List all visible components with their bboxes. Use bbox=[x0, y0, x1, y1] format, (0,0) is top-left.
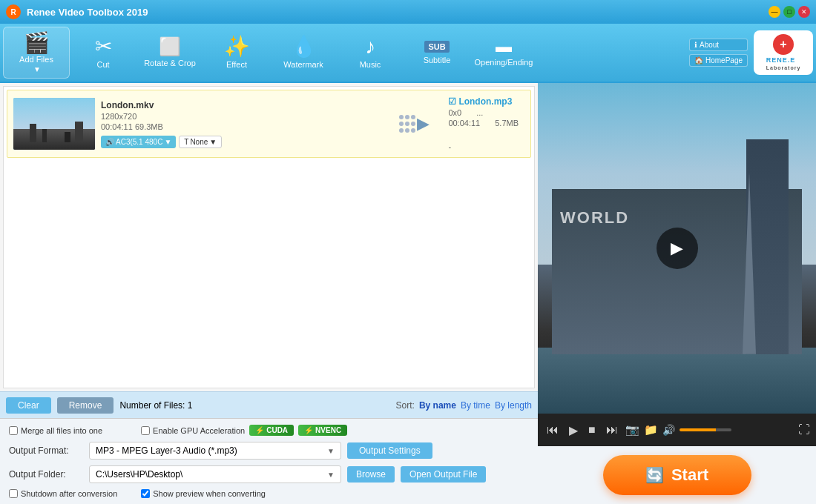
arrow-dots bbox=[399, 115, 415, 133]
output-format-select[interactable]: MP3 - MPEG Layer-3 Audio (*.mp3) ▼ bbox=[89, 442, 341, 460]
merge-checkbox-label[interactable]: Merge all files into one bbox=[9, 426, 102, 435]
gpu-label: Enable GPU Acceleration bbox=[153, 426, 245, 435]
merge-checkbox[interactable] bbox=[9, 426, 18, 435]
nvenc-icon: ⚡ bbox=[304, 426, 313, 434]
output-folder-row: Output Folder: C:\Users\HP\Desktop\ ▼ Br… bbox=[9, 465, 529, 483]
sort-by-time[interactable]: By time bbox=[461, 400, 490, 411]
play-button-overlay[interactable]: ▶ bbox=[657, 228, 698, 269]
play-pause-button[interactable]: ▶ bbox=[566, 422, 581, 439]
skip-forward-button[interactable]: ⏭ bbox=[603, 422, 621, 438]
output-format-row: Output Format: MP3 - MPEG Layer-3 Audio … bbox=[9, 442, 529, 460]
bottom-controls-bar: Clear Remove Number of Files: 1 Sort: By… bbox=[0, 391, 538, 418]
skip-back-button[interactable]: ⏮ bbox=[544, 422, 562, 438]
main-content: London.mkv 1280x720 00:04:11 69.3MB 🔊 AC… bbox=[0, 83, 816, 504]
output-file-name: ☑ London.mp3 bbox=[448, 96, 519, 107]
output-extra: ... bbox=[476, 108, 483, 117]
sort-area: Sort: By name By time By length bbox=[396, 400, 532, 411]
toolbar-add-files[interactable]: 🎬 Add Files ▼ bbox=[3, 27, 70, 79]
cut-icon: ✂ bbox=[95, 36, 112, 57]
effect-icon: ✨ bbox=[224, 36, 250, 57]
screenshot-button[interactable]: 📷 bbox=[625, 423, 639, 437]
cut-label: Cut bbox=[96, 60, 109, 69]
open-folder-button[interactable]: 📁 bbox=[644, 423, 658, 437]
homepage-button[interactable]: 🏠 HomePage bbox=[689, 54, 748, 67]
start-icon: 🔄 bbox=[645, 466, 664, 484]
file-list-area: London.mkv 1280x720 00:04:11 69.3MB 🔊 AC… bbox=[3, 86, 535, 388]
cuda-badge: ⚡ CUDA bbox=[249, 425, 294, 436]
output-dims-row: 0x0 ... bbox=[448, 108, 519, 117]
toolbar-rotate-crop[interactable]: ⬜ Rotate & Crop bbox=[136, 27, 203, 79]
format-dropdown-arrow: ▼ bbox=[327, 447, 335, 455]
toolbar-music[interactable]: ♪ Music bbox=[337, 27, 404, 79]
output-settings-button[interactable]: Output Settings bbox=[347, 442, 432, 459]
toolbar-subtitle[interactable]: SUB Subtitle bbox=[404, 27, 470, 79]
fullscreen-button[interactable]: ⛶ bbox=[798, 423, 810, 437]
thumb-city bbox=[13, 129, 95, 150]
toolbar-effect[interactable]: ✨ Effect bbox=[203, 27, 270, 79]
rotate-crop-label: Rotate & Crop bbox=[144, 59, 196, 67]
effect-label: Effect bbox=[226, 60, 247, 69]
subtitle-select[interactable]: T None ▼ bbox=[179, 136, 222, 148]
shutdown-checkbox[interactable] bbox=[9, 489, 18, 498]
music-label: Music bbox=[360, 60, 381, 69]
gpu-section: Enable GPU Acceleration ⚡ CUDA ⚡ NVENC bbox=[141, 425, 347, 436]
shutdown-checkbox-label[interactable]: Shutdown after conversion bbox=[9, 489, 117, 498]
start-button[interactable]: 🔄 Start bbox=[603, 455, 751, 495]
show-preview-checkbox-label[interactable]: Show preview when converting bbox=[141, 489, 266, 498]
gpu-checkbox-label[interactable]: Enable GPU Acceleration bbox=[141, 426, 245, 435]
opening-ending-icon: ▬ bbox=[496, 39, 512, 55]
volume-slider[interactable] bbox=[680, 428, 731, 431]
output-folder-label: Output Folder: bbox=[9, 469, 83, 480]
output-info: ☑ London.mp3 0x0 ... 00:04:11 5.7MB - bbox=[442, 96, 524, 151]
stop-button[interactable]: ■ bbox=[585, 422, 599, 438]
window-controls: — □ ✕ bbox=[769, 6, 810, 18]
about-label: About bbox=[700, 41, 719, 49]
start-area: 🔄 Start bbox=[538, 446, 816, 504]
add-files-dropdown-arrow: ▼ bbox=[33, 65, 41, 73]
bottom-checkboxes-row: Shutdown after conversion Show preview w… bbox=[9, 489, 529, 498]
play-icon: ▶ bbox=[671, 239, 683, 258]
watermark-icon: 💧 bbox=[291, 36, 317, 57]
maximize-button[interactable]: □ bbox=[783, 6, 795, 18]
opening-ending-label: Opening/Ending bbox=[475, 58, 533, 67]
folder-path-value: C:\Users\HP\Desktop\ bbox=[96, 469, 182, 480]
add-files-label: Add Files bbox=[19, 55, 53, 64]
merge-label: Merge all files into one bbox=[21, 426, 102, 435]
renee-brand: RENE.E Laboratory bbox=[766, 56, 801, 71]
open-output-button[interactable]: Open Output File bbox=[401, 466, 486, 483]
nvenc-badge: ⚡ NVENC bbox=[298, 425, 347, 436]
settings-row-1: Merge all files into one Enable GPU Acce… bbox=[9, 425, 529, 436]
sort-by-length[interactable]: By length bbox=[495, 400, 532, 411]
audio-track-select[interactable]: 🔊 AC3(5.1 480C ▼ bbox=[101, 136, 176, 148]
audio-value: AC3(5.1 480C bbox=[116, 138, 162, 146]
nvenc-label: NVENC bbox=[315, 426, 341, 434]
close-button[interactable]: ✕ bbox=[798, 6, 810, 18]
building2 bbox=[42, 129, 47, 142]
sort-by-name[interactable]: By name bbox=[419, 400, 456, 411]
watermark-label: Watermark bbox=[283, 60, 323, 69]
subtitle-dropdown-arrow: ▼ bbox=[209, 138, 217, 146]
remove-button[interactable]: Remove bbox=[57, 397, 114, 414]
folder-dropdown-arrow: ▼ bbox=[327, 471, 335, 479]
toolbar-watermark[interactable]: 💧 Watermark bbox=[270, 27, 337, 79]
video-controls: ⏮ ▶ ■ ⏭ 📷 📁 🔊 ⛶ bbox=[538, 414, 816, 446]
subtitle-value: None bbox=[190, 138, 208, 146]
music-icon: ♪ bbox=[365, 36, 375, 57]
output-dash: - bbox=[448, 142, 519, 151]
gpu-checkbox[interactable] bbox=[141, 426, 150, 435]
show-preview-checkbox[interactable] bbox=[141, 489, 150, 498]
minimize-button[interactable]: — bbox=[769, 6, 780, 18]
browse-button[interactable]: Browse bbox=[347, 466, 395, 483]
output-folder-input[interactable]: C:\Users\HP\Desktop\ ▼ bbox=[89, 465, 341, 483]
about-button[interactable]: ℹ About bbox=[689, 39, 748, 51]
clear-button[interactable]: Clear bbox=[6, 397, 51, 414]
toolbar-cut[interactable]: ✂ Cut bbox=[70, 27, 136, 79]
output-duration-row: 00:04:11 5.7MB bbox=[448, 119, 519, 127]
start-label: Start bbox=[671, 465, 708, 485]
toolbar-opening-ending[interactable]: ▬ Opening/Ending bbox=[470, 27, 537, 79]
building3 bbox=[75, 122, 83, 142]
arrow-head-icon: ▶ bbox=[417, 114, 430, 133]
left-panel: London.mkv 1280x720 00:04:11 69.3MB 🔊 AC… bbox=[0, 83, 538, 504]
rotate-crop-icon: ⬜ bbox=[159, 38, 181, 56]
thumb-sky bbox=[13, 98, 95, 129]
